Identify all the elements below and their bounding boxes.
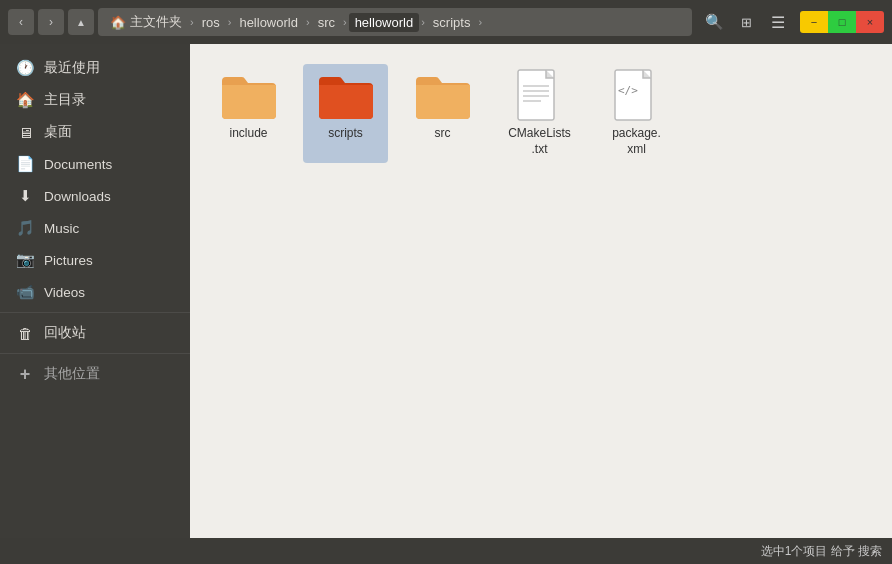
scripts-label: scripts [328, 126, 363, 142]
src-folder-icon [411, 70, 475, 122]
sidebar-divider-2 [0, 353, 190, 354]
sidebar-label-pictures: Pictures [44, 253, 93, 268]
sidebar-label-desktop: 桌面 [44, 123, 72, 141]
file-include[interactable]: include [206, 64, 291, 163]
home-icon: 🏠 [16, 91, 34, 109]
status-text: 选中1个项目 给予 搜索 [761, 543, 882, 560]
file-scripts[interactable]: scripts [303, 64, 388, 163]
cmakelists-icon [508, 70, 572, 122]
include-label: include [229, 126, 267, 142]
sidebar-item-videos[interactable]: 📹 Videos [0, 276, 190, 308]
sidebar-label-other: 其他位置 [44, 365, 100, 383]
sidebar-item-music[interactable]: 🎵 Music [0, 212, 190, 244]
documents-icon: 📄 [16, 155, 34, 173]
view-list-button[interactable]: ☰ [764, 8, 792, 36]
toolbar-right: 🔍 ⊞ ☰ [700, 8, 792, 36]
breadcrumb-sep-5: › [421, 16, 425, 28]
sidebar-divider [0, 312, 190, 313]
downloads-icon: ⬇ [16, 187, 34, 205]
breadcrumb-ros[interactable]: ros [196, 13, 226, 32]
sidebar-label-music: Music [44, 221, 79, 236]
src-label: src [435, 126, 451, 142]
search-button[interactable]: 🔍 [700, 8, 728, 36]
include-folder-icon [217, 70, 281, 122]
sidebar-label-downloads: Downloads [44, 189, 111, 204]
breadcrumb-src[interactable]: src [312, 13, 341, 32]
sidebar-item-desktop[interactable]: 🖥 桌面 [0, 116, 190, 148]
sidebar: 🕐 最近使用 🏠 主目录 🖥 桌面 📄 Documents ⬇ Download… [0, 44, 190, 538]
sidebar-item-trash[interactable]: 🗑 回收站 [0, 317, 190, 349]
breadcrumb-helloworld2[interactable]: helloworld [349, 13, 420, 32]
sidebar-item-home[interactable]: 🏠 主目录 [0, 84, 190, 116]
forward-button[interactable]: › [38, 9, 64, 35]
file-cmakelists[interactable]: CMakeLists.txt [497, 64, 582, 163]
close-button[interactable]: × [856, 11, 884, 33]
breadcrumb: 🏠 主文件夹 › ros › helloworld › src › hellow… [98, 8, 692, 36]
breadcrumb-helloworld1[interactable]: helloworld [233, 13, 304, 32]
pictures-icon: 📷 [16, 251, 34, 269]
add-icon: + [16, 365, 34, 383]
breadcrumb-home[interactable]: 🏠 主文件夹 [104, 11, 188, 33]
sidebar-label-recent: 最近使用 [44, 59, 100, 77]
recent-icon: 🕐 [16, 59, 34, 77]
file-src[interactable]: src [400, 64, 485, 163]
trash-icon: 🗑 [16, 324, 34, 342]
file-package-xml[interactable]: </> package.xml [594, 64, 679, 163]
scripts-folder-icon [314, 70, 378, 122]
breadcrumb-sep-1: › [190, 16, 194, 28]
file-grid: include scripts [206, 64, 876, 163]
sidebar-item-recent[interactable]: 🕐 最近使用 [0, 52, 190, 84]
sidebar-item-pictures[interactable]: 📷 Pictures [0, 244, 190, 276]
packagexml-icon: </> [605, 70, 669, 122]
up-button[interactable]: ▲ [68, 9, 94, 35]
sidebar-item-documents[interactable]: 📄 Documents [0, 148, 190, 180]
maximize-button[interactable]: □ [828, 11, 856, 33]
main-layout: 🕐 最近使用 🏠 主目录 🖥 桌面 📄 Documents ⬇ Download… [0, 44, 892, 538]
music-icon: 🎵 [16, 219, 34, 237]
sidebar-item-downloads[interactable]: ⬇ Downloads [0, 180, 190, 212]
cmakelists-label: CMakeLists.txt [508, 126, 571, 157]
minimize-button[interactable]: − [800, 11, 828, 33]
desktop-icon: 🖥 [16, 123, 34, 141]
svg-text:</>: </> [618, 84, 638, 97]
back-button[interactable]: ‹ [8, 9, 34, 35]
breadcrumb-sep-2: › [228, 16, 232, 28]
sidebar-label-trash: 回收站 [44, 324, 86, 342]
sidebar-label-home: 主目录 [44, 91, 86, 109]
packagexml-label: package.xml [612, 126, 661, 157]
file-area[interactable]: include scripts [190, 44, 892, 538]
window-controls: − □ × [800, 11, 884, 33]
statusbar: 选中1个项目 给予 搜索 [0, 538, 892, 564]
sidebar-label-videos: Videos [44, 285, 85, 300]
sidebar-item-other[interactable]: + 其他位置 [0, 358, 190, 390]
sidebar-label-documents: Documents [44, 157, 112, 172]
view-grid-button[interactable]: ⊞ [732, 8, 760, 36]
breadcrumb-scripts[interactable]: scripts [427, 13, 477, 32]
breadcrumb-sep-4: › [343, 16, 347, 28]
videos-icon: 📹 [16, 283, 34, 301]
breadcrumb-more: › [478, 16, 482, 28]
titlebar: ‹ › ▲ 🏠 主文件夹 › ros › helloworld › src › … [0, 0, 892, 44]
breadcrumb-sep-3: › [306, 16, 310, 28]
breadcrumb-home-label: 主文件夹 [130, 13, 182, 31]
